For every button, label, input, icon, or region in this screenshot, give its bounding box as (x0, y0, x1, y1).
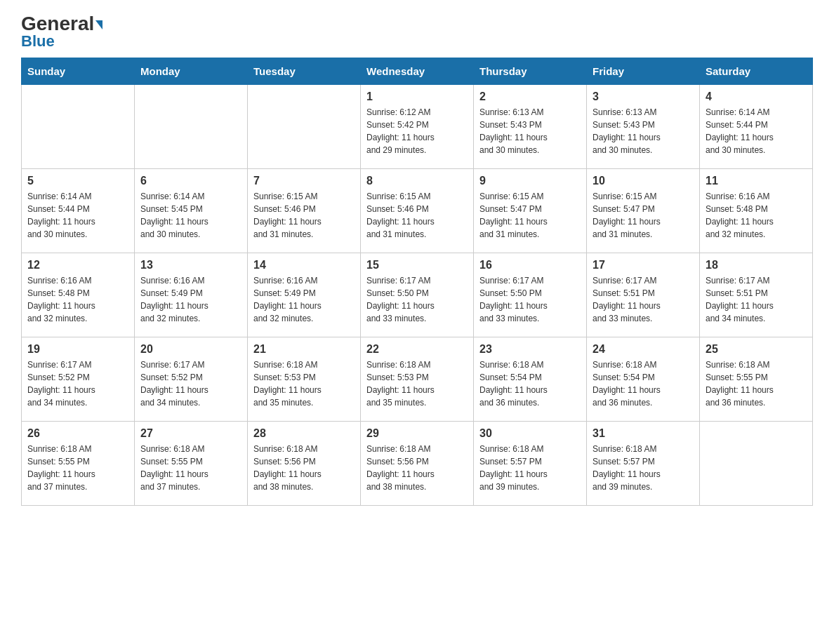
calendar-cell: 12Sunrise: 6:16 AM Sunset: 5:48 PM Dayli… (22, 253, 135, 337)
calendar-cell: 17Sunrise: 6:17 AM Sunset: 5:51 PM Dayli… (587, 253, 700, 337)
day-number: 12 (27, 259, 128, 271)
day-number: 26 (27, 427, 128, 440)
day-number: 3 (593, 90, 694, 103)
day-info: Sunrise: 6:18 AM Sunset: 5:55 PM Dayligh… (140, 443, 241, 493)
calendar-cell: 6Sunrise: 6:14 AM Sunset: 5:45 PM Daylig… (135, 169, 248, 253)
day-number: 23 (479, 343, 581, 356)
calendar-cell (22, 85, 135, 169)
day-info: Sunrise: 6:17 AM Sunset: 5:50 PM Dayligh… (366, 274, 468, 325)
logo-sub: Blue (21, 32, 55, 51)
calendar-cell: 19Sunrise: 6:17 AM Sunset: 5:52 PM Dayli… (22, 337, 135, 422)
day-number: 28 (253, 427, 355, 440)
calendar-cell (135, 85, 248, 169)
day-number: 27 (140, 427, 241, 440)
day-number: 25 (706, 343, 807, 356)
day-info: Sunrise: 6:18 AM Sunset: 5:53 PM Dayligh… (366, 358, 468, 409)
day-number: 5 (27, 175, 128, 187)
calendar-cell (248, 85, 361, 169)
calendar-week-3: 12Sunrise: 6:16 AM Sunset: 5:48 PM Dayli… (22, 253, 813, 337)
day-info: Sunrise: 6:14 AM Sunset: 5:44 PM Dayligh… (27, 190, 128, 241)
day-number: 4 (706, 90, 807, 103)
day-info: Sunrise: 6:18 AM Sunset: 5:56 PM Dayligh… (366, 443, 468, 493)
calendar-header-friday: Friday (587, 58, 700, 85)
calendar-header-saturday: Saturday (700, 58, 813, 85)
calendar-cell: 20Sunrise: 6:17 AM Sunset: 5:52 PM Dayli… (135, 337, 248, 422)
calendar-cell: 22Sunrise: 6:18 AM Sunset: 5:53 PM Dayli… (361, 337, 474, 422)
calendar-cell: 3Sunrise: 6:13 AM Sunset: 5:43 PM Daylig… (587, 85, 700, 169)
day-number: 9 (479, 175, 581, 187)
calendar-header-wednesday: Wednesday (361, 58, 474, 85)
calendar-cell: 24Sunrise: 6:18 AM Sunset: 5:54 PM Dayli… (587, 337, 700, 422)
day-info: Sunrise: 6:17 AM Sunset: 5:52 PM Dayligh… (27, 358, 128, 409)
calendar-cell: 10Sunrise: 6:15 AM Sunset: 5:47 PM Dayli… (587, 169, 700, 253)
day-info: Sunrise: 6:17 AM Sunset: 5:50 PM Dayligh… (479, 274, 581, 325)
page-header: General Blue (21, 14, 813, 51)
calendar-cell: 7Sunrise: 6:15 AM Sunset: 5:46 PM Daylig… (248, 169, 361, 253)
calendar-week-2: 5Sunrise: 6:14 AM Sunset: 5:44 PM Daylig… (22, 169, 813, 253)
calendar-header-tuesday: Tuesday (248, 58, 361, 85)
calendar-header-thursday: Thursday (474, 58, 587, 85)
calendar-cell: 21Sunrise: 6:18 AM Sunset: 5:53 PM Dayli… (248, 337, 361, 422)
day-info: Sunrise: 6:16 AM Sunset: 5:48 PM Dayligh… (27, 274, 128, 325)
logo-main: General (21, 14, 102, 34)
day-number: 8 (366, 175, 468, 187)
day-number: 6 (140, 175, 241, 187)
calendar-cell: 31Sunrise: 6:18 AM Sunset: 5:57 PM Dayli… (587, 422, 700, 506)
day-info: Sunrise: 6:13 AM Sunset: 5:43 PM Dayligh… (593, 106, 694, 156)
day-number: 22 (366, 343, 468, 356)
day-info: Sunrise: 6:18 AM Sunset: 5:57 PM Dayligh… (593, 443, 694, 493)
calendar-cell: 14Sunrise: 6:16 AM Sunset: 5:49 PM Dayli… (248, 253, 361, 337)
day-number: 29 (366, 427, 468, 440)
calendar-cell: 18Sunrise: 6:17 AM Sunset: 5:51 PM Dayli… (700, 253, 813, 337)
day-number: 30 (479, 427, 581, 440)
day-info: Sunrise: 6:18 AM Sunset: 5:57 PM Dayligh… (479, 443, 581, 493)
calendar-header-monday: Monday (135, 58, 248, 85)
day-info: Sunrise: 6:12 AM Sunset: 5:42 PM Dayligh… (366, 106, 468, 156)
calendar-week-5: 26Sunrise: 6:18 AM Sunset: 5:55 PM Dayli… (22, 422, 813, 506)
calendar-week-1: 1Sunrise: 6:12 AM Sunset: 5:42 PM Daylig… (22, 85, 813, 169)
calendar-cell: 2Sunrise: 6:13 AM Sunset: 5:43 PM Daylig… (474, 85, 587, 169)
calendar-cell: 30Sunrise: 6:18 AM Sunset: 5:57 PM Dayli… (474, 422, 587, 506)
day-number: 21 (253, 343, 355, 356)
calendar-cell: 4Sunrise: 6:14 AM Sunset: 5:44 PM Daylig… (700, 85, 813, 169)
calendar-body: 1Sunrise: 6:12 AM Sunset: 5:42 PM Daylig… (22, 85, 813, 506)
calendar-cell (700, 422, 813, 506)
day-number: 11 (706, 175, 807, 187)
calendar-cell: 28Sunrise: 6:18 AM Sunset: 5:56 PM Dayli… (248, 422, 361, 506)
day-info: Sunrise: 6:13 AM Sunset: 5:43 PM Dayligh… (479, 106, 581, 156)
day-info: Sunrise: 6:17 AM Sunset: 5:51 PM Dayligh… (706, 274, 807, 325)
day-info: Sunrise: 6:17 AM Sunset: 5:51 PM Dayligh… (593, 274, 694, 325)
day-info: Sunrise: 6:14 AM Sunset: 5:44 PM Dayligh… (706, 106, 807, 156)
calendar-cell: 9Sunrise: 6:15 AM Sunset: 5:47 PM Daylig… (474, 169, 587, 253)
calendar-cell: 25Sunrise: 6:18 AM Sunset: 5:55 PM Dayli… (700, 337, 813, 422)
calendar-header-row: SundayMondayTuesdayWednesdayThursdayFrid… (22, 58, 813, 85)
calendar-cell: 15Sunrise: 6:17 AM Sunset: 5:50 PM Dayli… (361, 253, 474, 337)
calendar-cell: 11Sunrise: 6:16 AM Sunset: 5:48 PM Dayli… (700, 169, 813, 253)
day-number: 18 (706, 259, 807, 271)
day-number: 16 (479, 259, 581, 271)
calendar-cell: 5Sunrise: 6:14 AM Sunset: 5:44 PM Daylig… (22, 169, 135, 253)
day-number: 1 (366, 90, 468, 103)
day-number: 10 (593, 175, 694, 187)
day-number: 17 (593, 259, 694, 271)
day-number: 15 (366, 259, 468, 271)
calendar-cell: 26Sunrise: 6:18 AM Sunset: 5:55 PM Dayli… (22, 422, 135, 506)
day-number: 20 (140, 343, 241, 356)
day-info: Sunrise: 6:18 AM Sunset: 5:56 PM Dayligh… (253, 443, 355, 493)
day-info: Sunrise: 6:18 AM Sunset: 5:54 PM Dayligh… (593, 358, 694, 409)
calendar-table: SundayMondayTuesdayWednesdayThursdayFrid… (21, 58, 813, 506)
day-info: Sunrise: 6:15 AM Sunset: 5:46 PM Dayligh… (253, 190, 355, 241)
day-info: Sunrise: 6:18 AM Sunset: 5:55 PM Dayligh… (27, 443, 128, 493)
day-info: Sunrise: 6:16 AM Sunset: 5:49 PM Dayligh… (140, 274, 241, 325)
day-number: 31 (593, 427, 694, 440)
day-info: Sunrise: 6:14 AM Sunset: 5:45 PM Dayligh… (140, 190, 241, 241)
day-info: Sunrise: 6:15 AM Sunset: 5:46 PM Dayligh… (366, 190, 468, 241)
day-info: Sunrise: 6:15 AM Sunset: 5:47 PM Dayligh… (479, 190, 581, 241)
calendar-cell: 23Sunrise: 6:18 AM Sunset: 5:54 PM Dayli… (474, 337, 587, 422)
day-number: 14 (253, 259, 355, 271)
day-number: 2 (479, 90, 581, 103)
logo: General Blue (21, 14, 102, 51)
calendar-cell: 16Sunrise: 6:17 AM Sunset: 5:50 PM Dayli… (474, 253, 587, 337)
calendar-week-4: 19Sunrise: 6:17 AM Sunset: 5:52 PM Dayli… (22, 337, 813, 422)
day-info: Sunrise: 6:17 AM Sunset: 5:52 PM Dayligh… (140, 358, 241, 409)
